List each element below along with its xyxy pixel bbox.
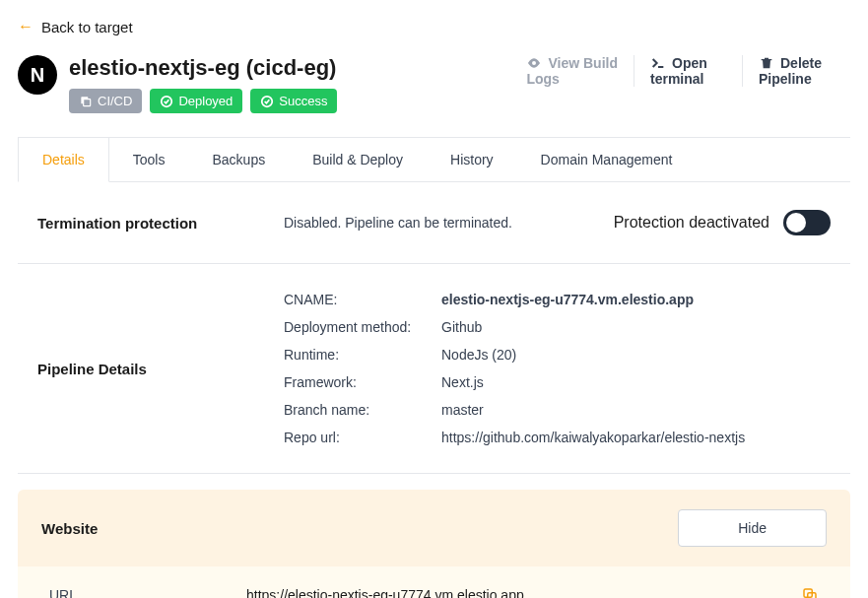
tab-domain-management[interactable]: Domain Management	[517, 138, 697, 181]
view-build-logs-button[interactable]: View Build Logs	[510, 55, 634, 87]
tab-build-deploy[interactable]: Build & Deploy	[289, 138, 427, 181]
tab-bar: Details Tools Backups Build & Deploy His…	[18, 137, 850, 182]
logo-letter: N	[31, 64, 44, 87]
protection-right: Protection deactivated	[614, 210, 831, 235]
pipeline-details-label: Pipeline Details	[37, 361, 284, 377]
website-url-link[interactable]: https://elestio-nextjs-eg-u7774.vm.elest…	[246, 587, 524, 598]
framework-key: Framework:	[284, 374, 441, 390]
termination-status: Disabled. Pipeline can be terminated.	[284, 215, 614, 231]
hide-button[interactable]: Hide	[678, 509, 827, 547]
runtime-value: NodeJs (20)	[441, 347, 745, 363]
framework-value: Next.js	[441, 374, 745, 390]
check-circle-icon	[160, 95, 173, 108]
repo-key: Repo url:	[284, 430, 441, 445]
layers-icon	[79, 95, 93, 108]
deployed-badge-label: Deployed	[178, 94, 233, 108]
website-label: Website	[41, 520, 98, 537]
eye-icon	[526, 55, 542, 71]
pipeline-details-table: CNAME: elestio-nextjs-eg-u7774.vm.elesti…	[284, 292, 745, 445]
action-label-l2: Logs	[526, 71, 559, 87]
url-label: URL	[49, 587, 246, 598]
website-section: Website Hide	[18, 490, 850, 566]
cname-value: elestio-nextjs-eg-u7774.vm.elestio.app	[441, 292, 745, 307]
branch-key: Branch name:	[284, 402, 441, 418]
terminal-icon	[650, 55, 666, 71]
back-to-target-link[interactable]: ← Back to target	[18, 18, 133, 35]
action-label-l1: Open	[672, 55, 707, 71]
termination-label: Termination protection	[37, 215, 284, 232]
copy-icon[interactable]	[801, 586, 819, 598]
deploy-method-key: Deployment method:	[284, 319, 441, 335]
pipeline-details-section: Pipeline Details CNAME: elestio-nextjs-e…	[18, 264, 850, 474]
action-label-l1: Delete	[780, 55, 822, 71]
success-badge: Success	[250, 89, 337, 113]
check-circle-icon	[260, 95, 274, 108]
header-actions: View Build Logs Open terminal Delete Pip…	[510, 55, 850, 87]
tab-details[interactable]: Details	[18, 138, 109, 182]
back-label: Back to target	[41, 19, 133, 35]
action-label-l2: Pipeline	[759, 71, 812, 87]
svg-rect-1	[84, 99, 91, 105]
termination-section: Termination protection Disabled. Pipelin…	[18, 182, 850, 264]
tab-backups[interactable]: Backups	[188, 138, 289, 181]
cname-key: CNAME:	[284, 292, 441, 307]
project-logo: N	[18, 55, 57, 95]
trash-icon	[759, 55, 774, 71]
page-title: elestio-nextjs-eg (cicd-eg)	[69, 55, 337, 81]
tab-tools[interactable]: Tools	[109, 138, 189, 181]
tab-history[interactable]: History	[427, 138, 517, 181]
success-badge-label: Success	[279, 94, 327, 108]
action-label-l1: View Build	[548, 55, 618, 71]
open-terminal-button[interactable]: Open terminal	[634, 55, 742, 87]
badge-row: CI/CD Deployed Success	[69, 89, 337, 113]
cicd-badge-label: CI/CD	[98, 94, 132, 108]
protection-text: Protection deactivated	[614, 214, 769, 232]
runtime-key: Runtime:	[284, 347, 441, 363]
page-header: N elestio-nextjs-eg (cicd-eg) CI/CD Depl…	[18, 55, 850, 113]
header-main: elestio-nextjs-eg (cicd-eg) CI/CD Deploy…	[69, 55, 337, 113]
deploy-method-value: Github	[441, 319, 745, 335]
action-label-l2: terminal	[650, 71, 703, 87]
cicd-badge: CI/CD	[69, 89, 142, 113]
arrow-left-icon: ←	[18, 18, 33, 35]
url-row: URL https://elestio-nextjs-eg-u7774.vm.e…	[18, 566, 850, 598]
delete-pipeline-button[interactable]: Delete Pipeline	[742, 55, 850, 87]
branch-value: master	[441, 402, 745, 418]
deployed-badge: Deployed	[150, 89, 242, 113]
protection-toggle[interactable]	[783, 210, 831, 235]
repo-value: https://github.com/kaiwalyakoparkar/eles…	[441, 430, 745, 445]
